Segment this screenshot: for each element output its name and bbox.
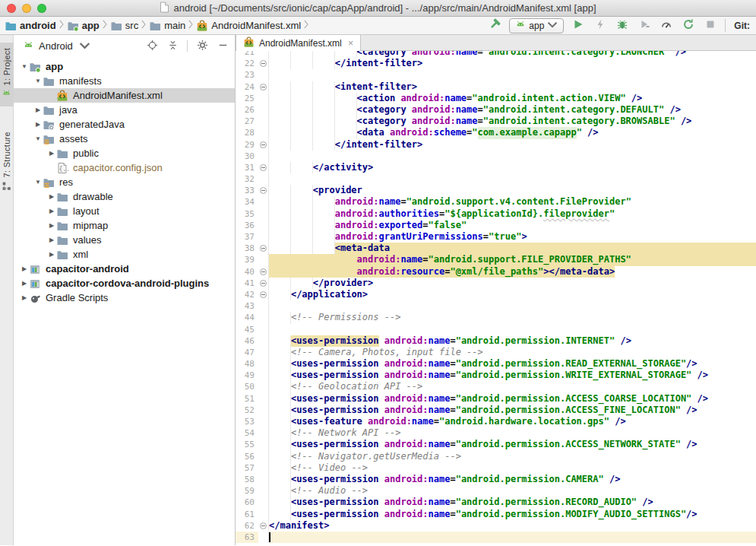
fold-marker[interactable] — [260, 280, 267, 287]
expand-arrow[interactable]: ▼ — [33, 78, 43, 84]
code-line[interactable]: 25 <action android:name="android.intent.… — [236, 93, 756, 104]
code-line[interactable]: 51 <uses-permission android:name="androi… — [236, 393, 756, 405]
run-config-selector[interactable]: app — [509, 18, 564, 33]
code-line[interactable]: 40 android:resource="@xml/file_paths"></… — [236, 266, 756, 278]
tree-item-gradle-scripts[interactable]: ▶Gradle Scripts — [14, 290, 235, 305]
code-line[interactable]: 30 — [236, 151, 756, 162]
code-line[interactable]: 29 </intent-filter> — [236, 139, 756, 151]
tree-item-capacitor-config-json[interactable]: {..}capacitor.config.json — [14, 160, 235, 175]
code-editor[interactable]: 21 <category android:name="android.inten… — [236, 51, 756, 545]
code-line[interactable]: 44 <!-- Permissions --> — [236, 312, 756, 323]
code-line[interactable]: 41 </provider> — [236, 278, 756, 289]
tree-item-layout[interactable]: ▶layout — [14, 204, 235, 218]
code-line[interactable]: 52 <uses-permission android:name="androi… — [236, 405, 756, 416]
code-line[interactable]: 42 </application> — [236, 289, 756, 300]
close-icon[interactable]: × — [348, 38, 354, 48]
expand-arrow[interactable]: ▶ — [20, 265, 29, 272]
code-line[interactable]: 47 <!-- Camera, Photos, input file --> — [236, 347, 756, 358]
run-button[interactable] — [571, 18, 586, 33]
code-line[interactable]: 45 — [236, 324, 756, 335]
code-line[interactable]: 26 <category android:name="android.inten… — [236, 104, 756, 116]
tool-window-tab-1-project[interactable]: 1: Project — [0, 43, 14, 106]
code-line[interactable]: 23 — [236, 69, 756, 81]
code-line[interactable]: 57 <!-- Video --> — [236, 462, 756, 474]
tree-item-xml[interactable]: ▶xml — [14, 247, 235, 262]
expand-arrow[interactable]: ▶ — [20, 280, 29, 287]
code-line[interactable]: 46 <uses-permission android:name="androi… — [236, 335, 756, 347]
code-line[interactable]: 48 <uses-permission android:name="androi… — [236, 358, 756, 370]
expand-arrow[interactable]: ▼ — [33, 179, 43, 186]
expand-arrow[interactable]: ▶ — [47, 251, 56, 258]
fold-marker[interactable] — [260, 84, 267, 90]
code-line[interactable]: 32 — [236, 173, 756, 185]
code-line[interactable]: 55 <uses-permission android:name="androi… — [236, 439, 756, 450]
tree-item-java[interactable]: ▶java — [14, 103, 235, 117]
build-button[interactable] — [487, 18, 502, 33]
breadcrumb-item-androidmanifest-xml[interactable]: AndroidManifest.xml — [196, 20, 301, 32]
expand-arrow[interactable]: ▶ — [47, 208, 56, 214]
profiler-button[interactable] — [659, 18, 674, 33]
fold-marker[interactable] — [260, 522, 267, 529]
code-line[interactable]: 36 android:exported="false" — [236, 220, 756, 231]
fold-marker[interactable] — [260, 291, 267, 298]
hide-button[interactable] — [217, 40, 229, 52]
expand-arrow[interactable]: ▶ — [47, 150, 56, 157]
minimize-window-button[interactable] — [22, 4, 31, 13]
expand-arrow[interactable]: ▶ — [33, 121, 43, 128]
fold-marker[interactable] — [260, 268, 267, 275]
tree-item-drawable[interactable]: ▶drawable — [14, 189, 235, 204]
tree-item-capacitor-cordova-android-plugins[interactable]: ▶capacitor-cordova-android-plugins — [14, 276, 235, 290]
tab-androidmanifest[interactable]: AndroidManifest.xml × — [236, 35, 361, 51]
code-line[interactable]: 59 <!-- Audio --> — [236, 485, 756, 497]
debug-button[interactable] — [615, 18, 630, 33]
code-line[interactable]: 56 <!-- Navigator.getUserMedia --> — [236, 451, 756, 462]
expand-arrow[interactable]: ▶ — [33, 106, 43, 113]
fold-marker[interactable] — [260, 187, 267, 194]
tree-item-res[interactable]: ▼res — [14, 175, 235, 189]
expand-arrow[interactable]: ▼ — [20, 63, 29, 70]
zoom-window-button[interactable] — [37, 4, 46, 13]
breadcrumb-item-main[interactable]: main — [149, 20, 185, 32]
code-line[interactable]: 35 android:authorities="${applicationId}… — [236, 208, 756, 220]
locate-button[interactable] — [146, 40, 158, 52]
project-view-selector[interactable]: Android — [23, 40, 146, 53]
settings-button[interactable] — [196, 40, 208, 52]
code-line[interactable]: 38 <meta-data — [236, 243, 756, 254]
code-line[interactable]: 43 — [236, 300, 756, 312]
code-line[interactable]: 27 <category android:name="android.inten… — [236, 116, 756, 127]
tree-item-androidmanifest-xml[interactable]: AndroidManifest.xml — [14, 88, 235, 103]
tree-item-generatedjava[interactable]: ▶generatedJava — [14, 117, 235, 132]
code-line[interactable]: 21 <category android:name="android.inten… — [236, 51, 756, 58]
breadcrumb-item-app[interactable]: app — [67, 20, 100, 32]
code-line[interactable]: 49 <uses-permission android:name="androi… — [236, 370, 756, 381]
expand-arrow[interactable]: ▶ — [47, 193, 56, 200]
fold-marker[interactable] — [260, 164, 267, 171]
attach-debugger-button[interactable] — [637, 18, 652, 33]
expand-arrow[interactable]: ▶ — [47, 222, 56, 229]
tree-item-app[interactable]: ▼app — [14, 59, 235, 74]
collapse-all-button[interactable] — [166, 40, 179, 52]
tool-window-tab-7-structure[interactable]: 7: Structure — [0, 126, 14, 198]
close-window-button[interactable] — [7, 4, 16, 13]
fold-marker[interactable] — [260, 141, 267, 148]
gradle-sync-button[interactable] — [681, 18, 696, 33]
code-line[interactable]: 33 <provider — [236, 185, 756, 196]
code-line[interactable]: 24 <intent-filter> — [236, 81, 756, 93]
tree-item-capacitor-android[interactable]: ▶capacitor-android — [14, 262, 235, 276]
code-line[interactable]: 22 </intent-filter> — [236, 58, 756, 69]
code-line[interactable]: 50 <!-- Geolocation API --> — [236, 381, 756, 392]
tree-item-public[interactable]: ▶public — [14, 146, 235, 160]
breadcrumb-item-android[interactable]: android — [5, 20, 56, 32]
tree-item-values[interactable]: ▶values — [14, 233, 235, 247]
instant-run-button[interactable] — [593, 18, 608, 33]
stop-button[interactable] — [703, 18, 718, 33]
code-line[interactable]: 34 android:name="android.support.v4.cont… — [236, 196, 756, 208]
code-line[interactable]: 53 <uses-feature android:name="android.h… — [236, 416, 756, 427]
tree-item-manifests[interactable]: ▼manifests — [14, 74, 235, 88]
tree-item-assets[interactable]: ▼assets — [14, 132, 235, 146]
expand-arrow[interactable]: ▶ — [47, 236, 56, 243]
expand-arrow[interactable]: ▼ — [33, 135, 43, 142]
breadcrumb-item-src[interactable]: src — [110, 20, 138, 32]
expand-arrow[interactable]: ▶ — [20, 294, 29, 301]
code-line[interactable]: 37 android:grantUriPermissions="true"> — [236, 231, 756, 243]
